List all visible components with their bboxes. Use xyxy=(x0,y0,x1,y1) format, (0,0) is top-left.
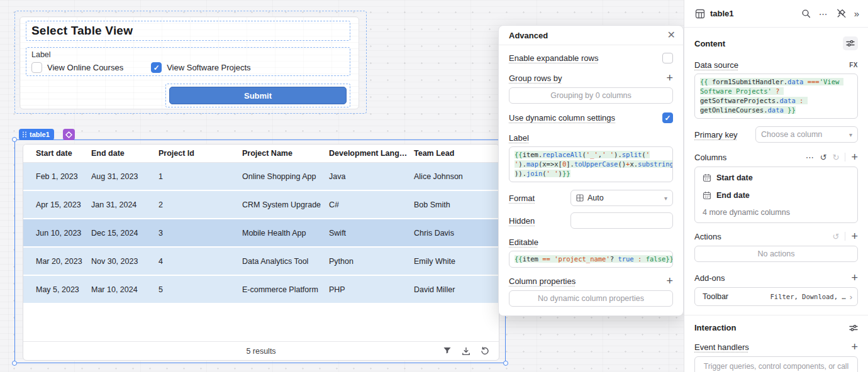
download-icon[interactable] xyxy=(461,346,471,356)
column-properties-input[interactable]: No dynamic column properties xyxy=(509,290,673,307)
table-row[interactable]: Mar 20, 2023Nov 30, 20234Data Analytics … xyxy=(23,248,499,275)
editable-code-editor[interactable]: {{item == 'project_name'? true : false}} xyxy=(509,251,673,268)
columns-list: Start date End date 4 more dynamic colum… xyxy=(694,167,858,223)
columns-more-icon[interactable]: ⋯ xyxy=(806,153,815,161)
divider xyxy=(845,153,845,161)
dynamic-column-settings-checkbox[interactable] xyxy=(662,112,673,123)
table-column-header[interactable]: Project Id xyxy=(153,149,237,158)
search-icon[interactable] xyxy=(801,9,811,18)
fx-toggle[interactable]: FX xyxy=(849,62,858,68)
table-row[interactable]: Apr 15, 2023Jan 31, 20242CRM System Upgr… xyxy=(23,191,499,218)
checkbox-unchecked-icon[interactable] xyxy=(31,62,42,73)
checkbox-group-region[interactable]: Label View Online Courses View Software … xyxy=(26,47,350,76)
add-grouping-button[interactable]: + xyxy=(666,72,673,84)
reposition-badge[interactable] xyxy=(63,129,75,140)
table-cell[interactable]: Bob Smith xyxy=(409,200,499,209)
data-source-label: Data source xyxy=(694,60,738,70)
table-component[interactable]: Start dateEnd dateProject IdProject Name… xyxy=(23,144,499,361)
table-cell[interactable]: Java xyxy=(324,172,409,181)
table1-tag[interactable]: table1 xyxy=(19,129,54,140)
table-row[interactable]: Feb 1, 2023Aug 31, 20231Online Shopping … xyxy=(23,163,499,190)
table-cell[interactable]: C# xyxy=(324,200,409,209)
diamond-icon xyxy=(65,131,73,139)
table-cell[interactable]: Mobile Health App xyxy=(237,229,324,238)
toolbar-label: Toolbar xyxy=(703,292,767,301)
data-source-code-editor[interactable]: {{ form1SubmitHandler.data ==='View Soft… xyxy=(694,74,858,119)
add-addon-button[interactable]: + xyxy=(851,272,858,283)
columns-refresh-icon[interactable]: ↻ xyxy=(833,153,840,161)
table-cell[interactable]: 4 xyxy=(153,257,237,266)
checkbox-checked-icon[interactable] xyxy=(151,62,162,73)
table-column-header[interactable]: Team Lead xyxy=(409,149,499,158)
table-cell[interactable]: Emily White xyxy=(409,257,499,266)
table-cell[interactable]: Data Analytics Tool xyxy=(237,257,324,266)
table-column-header[interactable]: End date xyxy=(86,149,153,158)
form-component[interactable]: Select Table View Label View Online Cour… xyxy=(19,16,359,109)
table-cell[interactable]: Chris Davis xyxy=(409,229,499,238)
column-properties-label: Column properties xyxy=(509,276,576,286)
table-cell[interactable]: Nov 30, 2023 xyxy=(86,257,153,266)
actions-reset-icon[interactable]: ↺ xyxy=(833,232,840,241)
table-cell[interactable]: Python xyxy=(324,257,409,266)
table-cell[interactable]: Mar 20, 2023 xyxy=(23,257,86,266)
filter-icon[interactable] xyxy=(442,346,452,356)
table-cell[interactable]: 3 xyxy=(153,229,237,238)
table-cell[interactable]: Dec 15, 2024 xyxy=(86,229,153,238)
selection-handle[interactable] xyxy=(12,361,17,366)
table-icon xyxy=(695,9,705,19)
table-cell[interactable]: E-commerce Platform xyxy=(237,285,324,294)
primary-key-select[interactable]: Choose a column ▾ xyxy=(755,126,858,143)
calendar-icon xyxy=(703,173,711,182)
table-cell[interactable]: Online Shopping App xyxy=(237,172,324,181)
hidden-input[interactable] xyxy=(570,212,673,229)
label-heading: Label xyxy=(509,133,529,143)
drag-handle-icon xyxy=(22,131,27,138)
table-cell[interactable]: Feb 1, 2023 xyxy=(23,172,86,181)
content-settings-icon[interactable] xyxy=(843,36,858,50)
more-options-icon[interactable]: ⋯ xyxy=(819,9,828,19)
table-cell[interactable]: May 5, 2023 xyxy=(23,285,86,294)
close-icon[interactable]: ✕ xyxy=(667,30,676,40)
table-column-header[interactable]: Project Name xyxy=(237,149,324,158)
table-cell[interactable]: Swift xyxy=(324,229,409,238)
table-cell[interactable]: 2 xyxy=(153,200,237,209)
form-title-region[interactable]: Select Table View xyxy=(26,21,350,41)
checkbox-software-projects[interactable]: View Software Projects xyxy=(151,62,250,73)
table-cell[interactable]: 5 xyxy=(153,285,237,294)
table-cell[interactable]: PHP xyxy=(324,285,409,294)
primary-key-label: Primary key xyxy=(694,130,738,140)
table-cell[interactable]: 1 xyxy=(153,172,237,181)
table-cell[interactable]: Apr 15, 2023 xyxy=(23,200,86,209)
table-cell[interactable]: Alice Johnson xyxy=(409,172,499,181)
table-cell[interactable]: Mar 10, 2024 xyxy=(86,285,153,294)
checkbox-online-courses[interactable]: View Online Courses xyxy=(31,62,123,73)
table-cell[interactable]: CRM System Upgrade xyxy=(237,200,324,209)
collapse-panel-icon[interactable]: » xyxy=(854,8,859,19)
unpin-icon[interactable] xyxy=(837,9,846,18)
grouping-input[interactable]: Grouping by 0 columns xyxy=(509,87,673,104)
table-cell[interactable]: Jan 31, 2024 xyxy=(86,200,153,209)
column-item-end-date[interactable]: End date xyxy=(695,187,857,204)
add-column-button[interactable]: + xyxy=(851,151,858,163)
table-column-header[interactable]: Start date xyxy=(23,149,86,158)
add-column-property-button[interactable]: + xyxy=(666,275,673,287)
column-item-start-date[interactable]: Start date xyxy=(695,169,857,187)
table-column-header[interactable]: Development Langu... xyxy=(324,149,409,158)
expandable-rows-checkbox[interactable] xyxy=(662,53,673,63)
table-row[interactable]: Jun 10, 2023Dec 15, 20243Mobile Health A… xyxy=(23,219,499,246)
table-cell[interactable]: Aug 31, 2023 xyxy=(86,172,153,181)
table-cell[interactable]: Jun 10, 2023 xyxy=(23,229,86,238)
interaction-settings-icon[interactable] xyxy=(849,324,858,332)
table-row[interactable]: May 5, 2023Mar 10, 20245E-commerce Platf… xyxy=(23,276,499,303)
label-code-editor[interactable]: {{item.replaceAll('_',' ').split('').map… xyxy=(509,146,673,182)
selection-handle[interactable] xyxy=(12,137,17,142)
submit-button[interactable]: Submit xyxy=(169,87,347,104)
add-event-handler-button[interactable]: + xyxy=(851,341,858,353)
toolbar-addon-row[interactable]: Toolbar Filter, Download, … › xyxy=(694,287,858,306)
table-cell[interactable]: David Miller xyxy=(409,285,499,294)
refresh-icon[interactable] xyxy=(480,346,490,356)
columns-undo-icon[interactable]: ↺ xyxy=(820,153,827,161)
selection-handle[interactable] xyxy=(503,361,508,366)
format-select[interactable]: Auto ▾ xyxy=(570,190,673,206)
add-action-button[interactable]: + xyxy=(851,231,858,242)
